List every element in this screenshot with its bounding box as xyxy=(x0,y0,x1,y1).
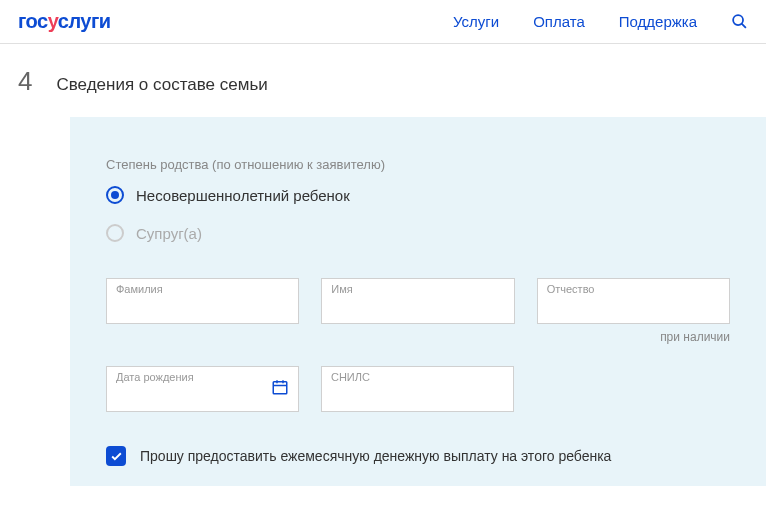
birthdate-input[interactable] xyxy=(106,366,299,412)
nav-services[interactable]: Услуги xyxy=(453,13,499,30)
logo-part-slugi: слуги xyxy=(58,10,111,32)
step-number: 4 xyxy=(18,66,32,97)
radio-indicator-icon xyxy=(106,224,124,242)
relationship-label: Степень родства (по отношению к заявител… xyxy=(106,157,730,172)
step-header: 4 Сведения о составе семьи xyxy=(0,44,766,117)
patronymic-input[interactable] xyxy=(537,278,730,324)
lastname-field-wrap: Фамилия xyxy=(106,278,299,324)
radio-child[interactable]: Несовершеннолетний ребенок xyxy=(106,186,730,204)
step-title: Сведения о составе семьи xyxy=(56,75,267,95)
form-panel: Степень родства (по отношению к заявител… xyxy=(70,117,766,486)
nav-payment[interactable]: Оплата xyxy=(533,13,585,30)
radio-child-label: Несовершеннолетний ребенок xyxy=(136,187,350,204)
relationship-radio-group: Несовершеннолетний ребенок Супруг(а) xyxy=(106,186,730,242)
radio-spouse-label: Супруг(а) xyxy=(136,225,202,242)
logo[interactable]: госуслуги xyxy=(18,10,111,33)
top-nav: Услуги Оплата Поддержка xyxy=(453,13,748,30)
payment-checkbox-label: Прошу предоставить ежемесячную денежную … xyxy=(140,448,611,464)
firstname-input[interactable] xyxy=(321,278,514,324)
lastname-input[interactable] xyxy=(106,278,299,324)
payment-checkbox-row[interactable]: Прошу предоставить ежемесячную денежную … xyxy=(106,446,730,466)
search-icon[interactable] xyxy=(731,13,748,30)
svg-line-1 xyxy=(742,24,746,28)
birthdate-field-wrap: Дата рождения xyxy=(106,366,299,412)
svg-point-0 xyxy=(733,15,743,25)
patronymic-field-wrap: Отчество xyxy=(537,278,730,324)
firstname-field-wrap: Имя xyxy=(321,278,514,324)
snils-input[interactable] xyxy=(321,366,514,412)
checkmark-icon xyxy=(106,446,126,466)
snils-field-wrap: СНИЛС xyxy=(321,366,514,412)
nav-support[interactable]: Поддержка xyxy=(619,13,697,30)
patronymic-hint: при наличии xyxy=(106,330,730,344)
logo-part-gos: гос xyxy=(18,10,48,32)
logo-part-u: у xyxy=(48,10,58,32)
radio-spouse: Супруг(а) xyxy=(106,224,730,242)
radio-indicator-icon xyxy=(106,186,124,204)
